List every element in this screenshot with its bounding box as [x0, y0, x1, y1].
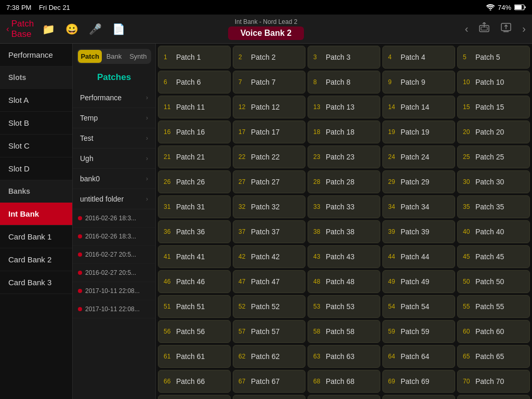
timestamp-item[interactable]: 2017-10-11 22:08...: [73, 300, 155, 318]
mic-icon[interactable]: 🎤: [89, 23, 102, 35]
patch-cell[interactable]: 54Patch 54: [382, 295, 455, 318]
patch-cell[interactable]: 75Patch 75: [457, 395, 530, 399]
patch-cell[interactable]: 37Patch 37: [233, 220, 305, 243]
timestamp-item[interactable]: 2017-10-11 22:08...: [73, 282, 155, 300]
patch-cell[interactable]: 45Patch 45: [457, 245, 530, 268]
share-icon[interactable]: [478, 22, 490, 35]
patch-cell[interactable]: 57Patch 57: [233, 320, 305, 343]
patch-cell[interactable]: 41Patch 41: [158, 245, 231, 268]
folder-item-performance[interactable]: Performance›: [73, 88, 155, 108]
patch-cell[interactable]: 34Patch 34: [382, 195, 455, 218]
patch-cell[interactable]: 43Patch 43: [308, 245, 380, 268]
sidebar-item-slot-c[interactable]: Slot C: [0, 135, 72, 157]
patch-cell[interactable]: 50Patch 50: [457, 270, 530, 293]
patch-cell[interactable]: 49Patch 49: [382, 270, 455, 293]
sidebar-item-card-bank-3[interactable]: Card Bank 3: [0, 271, 72, 294]
patch-cell[interactable]: 16Patch 16: [158, 121, 231, 143]
patch-cell[interactable]: 17Patch 17: [233, 121, 305, 143]
patch-cell[interactable]: 9Patch 9: [382, 71, 455, 94]
patch-cell[interactable]: 44Patch 44: [382, 245, 455, 268]
patch-cell[interactable]: 11Patch 11: [158, 96, 231, 118]
sidebar-item-int-bank[interactable]: Int Bank: [0, 203, 72, 225]
patch-cell[interactable]: 23Patch 23: [308, 145, 380, 168]
patch-cell[interactable]: 67Patch 67: [233, 370, 305, 393]
patch-cell[interactable]: 5Patch 5: [457, 46, 530, 69]
patch-cell[interactable]: 46Patch 46: [158, 270, 231, 293]
sidebar-item-card-bank-1[interactable]: Card Bank 1: [0, 225, 72, 248]
patch-cell[interactable]: 14Patch 14: [382, 96, 455, 118]
patch-cell[interactable]: 31Patch 31: [158, 195, 231, 218]
tab-bank[interactable]: Bank: [102, 50, 126, 63]
patch-cell[interactable]: 53Patch 53: [308, 295, 380, 318]
patch-cell[interactable]: 68Patch 68: [308, 370, 380, 393]
folder-item-bank0[interactable]: bank0›: [73, 169, 155, 189]
tab-patch[interactable]: Patch: [78, 50, 102, 63]
patch-cell[interactable]: 3Patch 3: [308, 46, 380, 69]
patch-cell[interactable]: 42Patch 42: [233, 245, 305, 268]
patch-cell[interactable]: 64Patch 64: [382, 345, 455, 368]
patch-cell[interactable]: 26Patch 26: [158, 170, 231, 193]
patch-cell[interactable]: 60Patch 60: [457, 320, 530, 343]
patch-cell[interactable]: 2Patch 2: [233, 46, 305, 69]
sidebar-item-card-bank-2[interactable]: Card Bank 2: [0, 248, 72, 271]
patch-cell[interactable]: 56Patch 56: [158, 320, 231, 343]
patch-cell[interactable]: 1Patch 1: [158, 46, 231, 69]
patch-cell[interactable]: 10Patch 10: [457, 71, 530, 94]
patch-cell[interactable]: 7Patch 7: [233, 71, 305, 94]
patch-cell[interactable]: 21Patch 21: [158, 145, 231, 168]
patch-cell[interactable]: 40Patch 40: [457, 220, 530, 243]
patch-cell[interactable]: 52Patch 52: [233, 295, 305, 318]
patch-cell[interactable]: 71Patch 71: [158, 395, 231, 399]
patch-cell[interactable]: 58Patch 58: [308, 320, 380, 343]
patch-cell[interactable]: 51Patch 51: [158, 295, 231, 318]
patch-cell[interactable]: 73Patch 73: [308, 395, 380, 399]
patch-cell[interactable]: 32Patch 32: [233, 195, 305, 218]
sidebar-item-slot-d[interactable]: Slot D: [0, 157, 72, 180]
patch-cell[interactable]: 48Patch 48: [308, 270, 380, 293]
folder-item-test[interactable]: Test›: [73, 128, 155, 149]
patch-cell[interactable]: 12Patch 12: [233, 96, 305, 118]
patch-cell[interactable]: 27Patch 27: [233, 170, 305, 193]
patch-cell[interactable]: 66Patch 66: [158, 370, 231, 393]
patch-cell[interactable]: 29Patch 29: [382, 170, 455, 193]
patch-cell[interactable]: 55Patch 55: [457, 295, 530, 318]
patch-cell[interactable]: 22Patch 22: [233, 145, 305, 168]
timestamp-item[interactable]: 2016-02-26 18:3...: [73, 209, 155, 228]
patch-cell[interactable]: 19Patch 19: [382, 121, 455, 143]
timestamp-item[interactable]: 2016-02-26 18:3...: [73, 228, 155, 246]
prev-icon[interactable]: ‹: [465, 23, 469, 35]
upload-icon[interactable]: [500, 22, 512, 35]
sidebar-item-slot-b[interactable]: Slot B: [0, 112, 72, 135]
folder-item-ugh[interactable]: Ugh›: [73, 149, 155, 169]
folder-item-untitled-folder[interactable]: untitled folder›: [73, 189, 155, 209]
patch-cell[interactable]: 24Patch 24: [382, 145, 455, 168]
patch-cell[interactable]: 25Patch 25: [457, 145, 530, 168]
sidebar-item-banks[interactable]: Banks: [0, 180, 72, 203]
patch-cell[interactable]: 70Patch 70: [457, 370, 530, 393]
sidebar-item-slot-a[interactable]: Slot A: [0, 89, 72, 112]
patch-cell[interactable]: 47Patch 47: [233, 270, 305, 293]
patch-cell[interactable]: 20Patch 20: [457, 121, 530, 143]
patch-cell[interactable]: 62Patch 62: [233, 345, 305, 368]
folder-item-temp[interactable]: Temp›: [73, 108, 155, 128]
patch-cell[interactable]: 4Patch 4: [382, 46, 455, 69]
back-button[interactable]: ‹ Patch Base: [6, 19, 34, 39]
sidebar-item-slots[interactable]: Slots: [0, 66, 72, 89]
tab-synth[interactable]: Synth: [126, 50, 150, 63]
patch-cell[interactable]: 8Patch 8: [308, 71, 380, 94]
next-icon[interactable]: ›: [522, 23, 526, 35]
patch-cell[interactable]: 33Patch 33: [308, 195, 380, 218]
timestamp-item[interactable]: 2016-02-27 20:5...: [73, 264, 155, 282]
sidebar-item-performance[interactable]: Performance: [0, 44, 72, 66]
patch-cell[interactable]: 30Patch 30: [457, 170, 530, 193]
patch-cell[interactable]: 69Patch 69: [382, 370, 455, 393]
patch-cell[interactable]: 15Patch 15: [457, 96, 530, 118]
patch-cell[interactable]: 18Patch 18: [308, 121, 380, 143]
patch-cell[interactable]: 39Patch 39: [382, 220, 455, 243]
patch-cell[interactable]: 72Patch 72: [233, 395, 305, 399]
patch-cell[interactable]: 74Patch 74: [382, 395, 455, 399]
patch-cell[interactable]: 59Patch 59: [382, 320, 455, 343]
patch-cell[interactable]: 38Patch 38: [308, 220, 380, 243]
folder-icon[interactable]: 📁: [42, 23, 55, 35]
patch-cell[interactable]: 36Patch 36: [158, 220, 231, 243]
